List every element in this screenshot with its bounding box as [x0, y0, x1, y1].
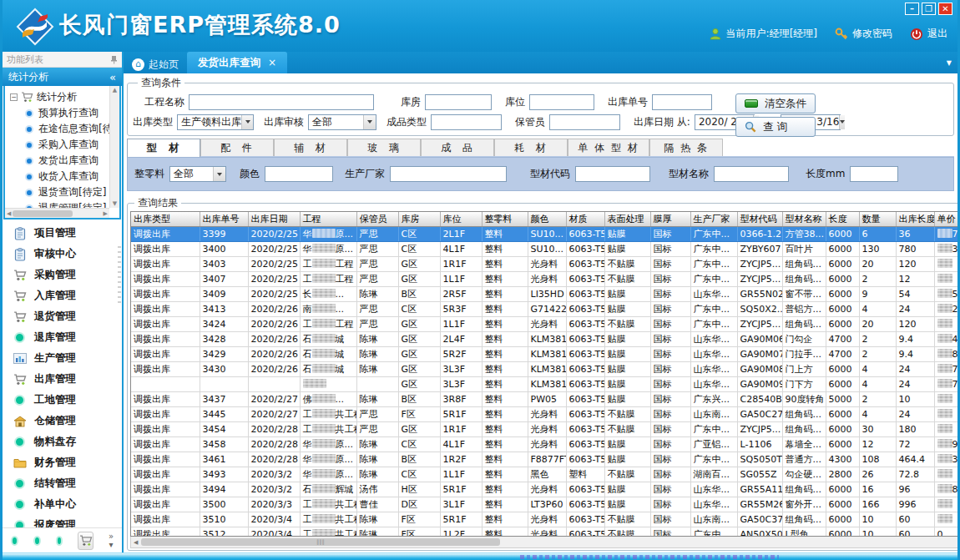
column-header-15[interactable]: 长度 — [826, 212, 859, 227]
material-tab-1[interactable]: 配 件 — [200, 139, 274, 156]
warehouse-input[interactable] — [425, 94, 492, 110]
table-row-14[interactable]: 调拨出库34582020/2/28华原...陈琳C区4L1F整料光身料6063-… — [131, 437, 960, 452]
nav-dot-icon[interactable] — [56, 536, 63, 546]
table-row-1[interactable]: 调拨出库34002020/2/25华原...严思C区4L1F整料SU10...6… — [131, 242, 960, 257]
table-row-13[interactable]: 调拨出库34542020/2/28工共工程严思G区1R1F整料光身料6063-T… — [131, 422, 960, 437]
table-row-19[interactable]: 调拨出库35102020/3/4工共工程陈琳F区5R1F整料光身料6063-T5… — [131, 512, 960, 527]
minimize-button[interactable]: – — [905, 3, 919, 15]
column-header-0[interactable]: 出库类型 — [131, 212, 200, 227]
sidebar-item-7[interactable]: 出库管理 — [3, 369, 122, 390]
tree-item-0[interactable]: 预算执行查询 — [10, 105, 108, 121]
table-row-7[interactable]: 调拨出库34282020/2/26石城陈琳G区2L4F整料KLM38176063… — [131, 332, 960, 347]
column-header-10[interactable]: 表面处理 — [604, 212, 650, 227]
manufacturer-input[interactable] — [390, 166, 507, 182]
clear-conditions-button[interactable]: 清空条件 — [735, 93, 816, 114]
sidebar-item-11[interactable]: 财务管理 — [3, 452, 122, 473]
material-tab-6[interactable]: 单 体 型 材 — [568, 139, 649, 156]
name-input[interactable] — [714, 166, 789, 182]
sidebar-item-6[interactable]: 生产管理 — [3, 348, 122, 369]
column-header-14[interactable]: 型材名称 — [782, 212, 826, 227]
out-type-select[interactable]: 生产领料出库 — [177, 114, 254, 130]
tree-item-2[interactable]: 采购入库查询 — [10, 137, 108, 153]
overflow-chevron[interactable]: »▾ — [109, 532, 114, 549]
pin-icon[interactable] — [110, 55, 118, 64]
expander-icon[interactable]: − — [10, 93, 18, 101]
column-header-17[interactable]: 出库长度 — [896, 212, 934, 227]
tree-item-4[interactable]: 收货入库查询 — [10, 169, 108, 184]
column-header-12[interactable]: 生产厂家 — [690, 212, 737, 227]
column-header-4[interactable]: 保管员 — [356, 212, 398, 227]
material-tab-0[interactable]: 型 材 — [127, 139, 200, 157]
sidebar-item-5[interactable]: 退库管理 — [3, 327, 122, 348]
nav-dot-icon[interactable] — [11, 536, 18, 546]
change-password-button[interactable]: 修改密码 — [835, 27, 892, 41]
column-header-6[interactable]: 库位 — [440, 212, 482, 227]
nav-dot-icon[interactable] — [33, 536, 41, 546]
horizontal-scrollbar[interactable]: ◀⫿⫿⫿▶ — [130, 537, 960, 548]
column-header-13[interactable]: 型材代码 — [737, 212, 782, 227]
product-type-input[interactable] — [431, 114, 502, 130]
column-header-2[interactable]: 出库日期 — [248, 212, 300, 227]
location-input[interactable] — [529, 94, 594, 110]
column-header-5[interactable]: 库房 — [398, 212, 440, 227]
material-tab-7[interactable]: 隔 热 条 — [649, 139, 723, 156]
sidebar-item-14[interactable]: 报废管理 — [3, 515, 122, 527]
project-name-input[interactable] — [189, 94, 374, 110]
whole-select[interactable]: 全部 — [169, 166, 226, 182]
material-tab-5[interactable]: 耗 材 — [494, 139, 568, 156]
order-no-input[interactable] — [652, 94, 712, 110]
column-header-8[interactable]: 颜色 — [528, 212, 566, 227]
sidebar-splitter[interactable] — [118, 245, 121, 303]
column-header-1[interactable]: 出库单号 — [200, 212, 248, 227]
table-row-20[interactable]: 调拨出库35122020/3/4工共工程陈琳F区1L2F整料光身料6063-T5… — [131, 527, 960, 537]
table-row-18[interactable]: 调拨出库35002020/3/3工共工程曹佳D区3L1F整料LT3P606063… — [131, 497, 960, 512]
collapse-icon[interactable]: « — [109, 71, 116, 83]
length-input[interactable] — [850, 166, 898, 182]
sidebar-item-1[interactable]: 审核中心 — [3, 244, 122, 265]
code-input[interactable] — [575, 166, 650, 182]
column-header-18[interactable]: 单价 — [934, 212, 960, 227]
table-row-3[interactable]: 调拨出库34072020/2/25工工程严思G区1L1F整料光身料6063-T5… — [131, 272, 960, 287]
column-header-11[interactable]: 膜厚 — [650, 212, 690, 227]
tab-list-caret-icon[interactable]: ▼ — [947, 59, 952, 67]
search-button[interactable]: 查 询 — [735, 117, 816, 137]
material-tab-4[interactable]: 成 品 — [421, 139, 494, 156]
tree-root[interactable]: − 统计分析 — [10, 88, 108, 105]
sidebar-item-8[interactable]: 工地管理 — [3, 390, 122, 411]
table-row-8[interactable]: 调拨出库34292020/2/26石城陈琳G区5R2F整料KLM38176063… — [131, 347, 960, 362]
scroll-thumb[interactable] — [13, 210, 73, 217]
audit-select[interactable]: 全部 — [308, 114, 376, 130]
close-button[interactable]: ✕ — [938, 3, 952, 15]
sidebar-item-12[interactable]: 结转管理 — [3, 473, 122, 494]
tree-item-1[interactable]: 在途信息查询[待 — [10, 121, 108, 137]
logout-button[interactable]: 退出 — [910, 27, 947, 41]
sidebar-item-0[interactable]: 项目管理 — [3, 223, 122, 244]
table-row-17[interactable]: 调拨出库34942020/3/2石辉城汤伟H区5R1F整料光身料6063-T5贴… — [131, 482, 960, 497]
scroll-thumb[interactable]: ⫿⫿⫿ — [141, 538, 500, 546]
tab-home[interactable]: ⌂ 起始页 — [124, 55, 187, 73]
table-row-12[interactable]: 调拨出库34452020/2/27工共工程严思F区5R1F整料光身料6063-T… — [131, 407, 960, 422]
sidebar-item-10[interactable]: 物料盘存 — [3, 431, 122, 452]
section-header[interactable]: 统计分析 « — [3, 68, 122, 86]
tree-horizontal-scrollbar[interactable]: ◀▶ — [5, 208, 109, 218]
sidebar-item-2[interactable]: 采购管理 — [3, 265, 122, 285]
tree-vertical-scrollbar[interactable]: ▲▼ — [109, 86, 119, 208]
table-row-2[interactable]: 调拨出库34032020/2/25工工程严思G区1R1F整料光身料6063-T5… — [131, 257, 960, 272]
table-row-9[interactable]: 调拨出库34302020/2/26石城陈琳G区3L3F整料KLM38176063… — [131, 362, 960, 377]
material-tab-3[interactable]: 玻 璃 — [347, 139, 421, 156]
tab-close-icon[interactable]: × — [268, 57, 276, 68]
maximize-button[interactable]: ❐ — [922, 3, 936, 15]
table-row-11[interactable]: 调拨出库34372020/2/27佛...陈琳B区3R8F整料PW056063-… — [131, 392, 960, 407]
table-row-0[interactable]: 调拨出库33992020/2/25华原...严思C区2L1F整料SU10...6… — [131, 227, 960, 242]
table-row-16[interactable]: 调拨出库34932020/3/2华原...陈琳C区1L1F整料黑色塑料不贴膜国标… — [131, 467, 960, 482]
keeper-input[interactable] — [549, 114, 620, 130]
tree-item-5[interactable]: 退货查询[待定] — [10, 184, 108, 200]
tree-item-3[interactable]: 发货出库查询 — [10, 153, 108, 169]
column-header-9[interactable]: 材质 — [566, 212, 604, 227]
column-header-16[interactable]: 数量 — [859, 212, 896, 227]
table-row-6[interactable]: 调拨出库34242020/2/26工工程严思G区1L1F整料光身料6063-T5… — [131, 317, 960, 332]
sidebar-item-4[interactable]: 退货管理 — [3, 306, 122, 327]
table-row-4[interactable]: 调拨出库34092020/2/25长...陈琳B区2R5F整料LI35HD606… — [131, 287, 960, 302]
sidebar-item-3[interactable]: 入库管理 — [3, 285, 122, 306]
material-tab-2[interactable]: 辅 材 — [274, 139, 347, 156]
